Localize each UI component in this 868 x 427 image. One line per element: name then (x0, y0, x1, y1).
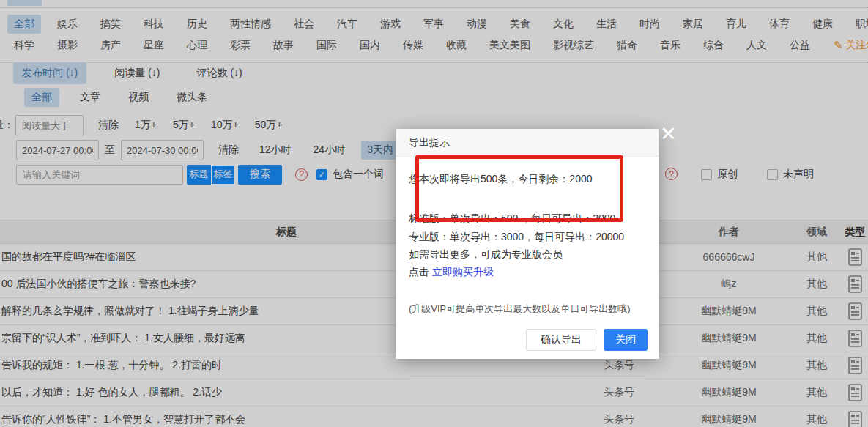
upgrade-link[interactable]: 立即购买升级 (432, 266, 494, 278)
dialog-buttons: 确认导出 关闭 (526, 329, 648, 351)
export-quota-line: 您本次即将导出500条，今日剩余：2000 (409, 173, 649, 186)
confirm-export-button[interactable]: 确认导出 (526, 329, 596, 351)
pro-plan-line: 专业版：单次导出：3000，每日可导出：20000 (409, 231, 649, 244)
dialog-title: 导出提示 (409, 136, 450, 149)
standard-plan-line: 标准版：单次导出：500 ，每日可导出：2000 (409, 212, 649, 226)
purchase-prefix: 点击 (409, 266, 432, 278)
close-x-icon[interactable]: ✕ (660, 125, 677, 144)
upgrade-hint-line: 如需导出更多，可成为专业版会员 (409, 248, 649, 261)
export-dialog: 导出提示 您本次即将导出500条，今日剩余：2000 标准版：单次导出：500 … (396, 129, 659, 359)
dialog-header: 导出提示 (396, 129, 659, 157)
close-button[interactable]: 关闭 (604, 329, 648, 351)
vip-note: (升级VIP可提高单次导出最大数以及单日可导出数哦) (409, 302, 649, 316)
purchase-line: 点击 立即购买升级 (409, 266, 649, 279)
